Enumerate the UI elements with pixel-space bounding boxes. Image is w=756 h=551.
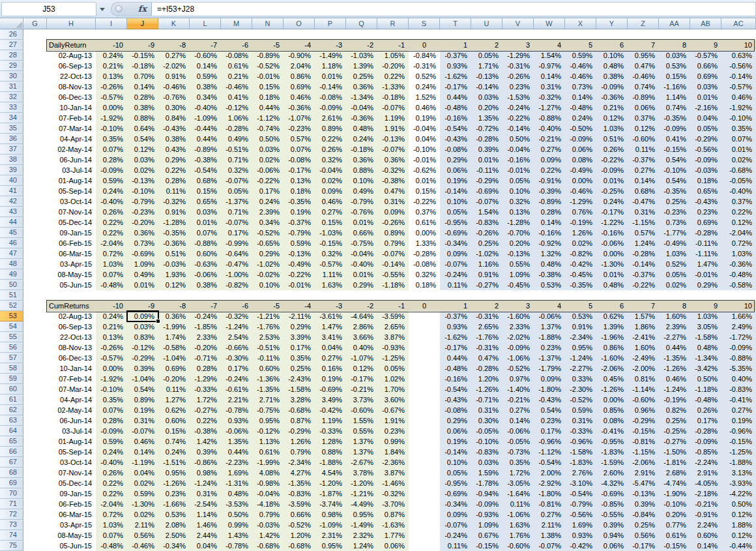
cell[interactable]: -0.78% [221, 405, 252, 415]
cell[interactable]: -2.54% [190, 499, 221, 509]
cell[interactable]: 0.59% [190, 71, 221, 82]
cell[interactable]: -0.04% [409, 123, 440, 134]
cell[interactable]: 0.74% [628, 82, 659, 92]
cell[interactable]: 0.03% [690, 82, 721, 92]
cell[interactable]: 0.57% [628, 228, 659, 238]
date-cell[interactable]: 02-Aug-13 [47, 311, 96, 321]
cell[interactable]: -0.16% [596, 228, 628, 238]
cell[interactable]: 2.33% [502, 321, 534, 332]
cell[interactable]: 0.26% [315, 144, 346, 155]
offset-header-cell[interactable]: -3 [315, 301, 346, 311]
cell[interactable] [409, 363, 440, 374]
cell[interactable]: -0.15% [127, 50, 158, 61]
cell[interactable]: -3.10% [565, 478, 596, 488]
cell[interactable]: 2.54% [221, 332, 252, 342]
cell[interactable]: 1.37% [346, 447, 377, 457]
cell[interactable]: 0.02% [659, 280, 690, 290]
cell[interactable]: 1.03% [96, 259, 127, 269]
cell[interactable]: -0.16% [502, 155, 534, 165]
cell[interactable]: 0.91% [565, 321, 596, 332]
row-header-26[interactable]: 26 [0, 29, 23, 40]
cell[interactable]: 0.86% [284, 71, 315, 82]
cell[interactable] [23, 217, 47, 228]
date-cell[interactable]: 06-Jun-14 [47, 415, 96, 426]
cell[interactable]: 0.27% [315, 207, 346, 217]
cell[interactable]: -0.20% [190, 342, 221, 353]
cell[interactable]: 0.48% [690, 342, 721, 353]
cell[interactable]: -0.32% [534, 92, 565, 102]
cell[interactable]: -0.88% [534, 113, 565, 123]
cell[interactable]: -0.27% [190, 405, 221, 415]
cell[interactable]: -0.18% [127, 61, 158, 71]
cell[interactable]: 0.44% [252, 102, 284, 113]
date-cell[interactable]: 02-May-14 [47, 144, 96, 155]
cell[interactable]: 1.88% [721, 520, 756, 530]
cell[interactable]: -0.25% [659, 426, 690, 436]
cell[interactable]: 0.46% [721, 92, 756, 102]
cell[interactable]: -0.31% [471, 342, 502, 353]
cell[interactable]: 0.24% [565, 113, 596, 123]
cell[interactable]: 0.32% [221, 165, 252, 175]
cell[interactable]: 0.14% [628, 175, 659, 186]
cell[interactable] [409, 499, 440, 509]
cell[interactable]: 0.25% [628, 520, 659, 530]
cell[interactable]: 2.31% [315, 530, 346, 541]
cell[interactable]: 1.14% [190, 509, 221, 520]
cell[interactable]: 2.00% [534, 468, 565, 478]
cell[interactable]: 2.91% [690, 468, 721, 478]
cell[interactable]: 0.53% [158, 509, 190, 520]
cell[interactable]: 0.17% [534, 426, 565, 436]
cell[interactable]: -0.75% [346, 238, 377, 248]
cell[interactable]: -1.76% [471, 332, 502, 342]
cell[interactable]: -0.26% [377, 217, 409, 228]
cell[interactable]: 0.38% [190, 280, 221, 290]
cell[interactable]: -1.88% [721, 457, 756, 468]
cell[interactable]: -0.34% [440, 238, 471, 248]
cell[interactable]: 1.52% [409, 92, 440, 102]
date-cell[interactable]: 10-Jan-14 [47, 363, 96, 374]
offset-header-cell[interactable]: 7 [628, 40, 659, 50]
cell[interactable]: -0.67% [377, 405, 409, 415]
cell[interactable]: -0.35% [158, 228, 190, 238]
cell[interactable]: -1.04% [158, 353, 190, 363]
cell[interactable]: -0.08% [440, 405, 471, 415]
cell[interactable]: -1.28% [158, 217, 190, 228]
cell[interactable]: -0.28% [221, 123, 252, 134]
cell[interactable]: -0.16% [440, 374, 471, 384]
cell[interactable]: -0.04% [315, 165, 346, 175]
cell[interactable]: -0.51% [252, 342, 284, 353]
cell[interactable]: -0.33% [190, 384, 221, 395]
cell[interactable]: 0.37% [628, 113, 659, 123]
column-header-H[interactable]: H [47, 18, 96, 29]
cell[interactable]: 1.20% [284, 530, 315, 541]
cell[interactable]: 0.15% [190, 186, 221, 196]
column-header-V[interactable]: V [502, 18, 534, 29]
cell[interactable]: -2.06% [596, 363, 628, 374]
cell[interactable]: -0.01% [252, 71, 284, 82]
cell[interactable]: -0.46% [565, 71, 596, 82]
cell[interactable]: -1.31% [221, 478, 252, 488]
cell[interactable] [409, 321, 440, 332]
cell[interactable]: -0.15% [471, 541, 502, 551]
cell[interactable]: -0.05% [721, 175, 756, 186]
column-header-Q[interactable]: Q [346, 18, 377, 29]
cell[interactable]: 0.02% [315, 175, 346, 186]
cell[interactable]: -1.26% [158, 478, 190, 488]
cell[interactable]: -0.91% [534, 175, 565, 186]
cell[interactable]: -0.34% [440, 499, 471, 509]
cell[interactable]: -3.70% [377, 499, 409, 509]
cell[interactable]: -0.24% [440, 269, 471, 280]
cell[interactable]: -0.37% [440, 311, 471, 321]
cell[interactable]: -1.24% [659, 384, 690, 395]
cell[interactable] [409, 457, 440, 468]
cell[interactable]: -0.89% [190, 144, 221, 155]
cell[interactable]: 0.23% [158, 488, 190, 499]
cell[interactable]: 2.21% [221, 395, 252, 405]
column-header-J[interactable]: J [127, 18, 158, 29]
cell[interactable]: -1.18% [377, 280, 409, 290]
cell[interactable]: 1.11% [315, 269, 346, 280]
cell[interactable]: -0.82% [565, 248, 596, 259]
cell[interactable]: -0.28% [471, 134, 502, 144]
cell[interactable]: 0.62% [158, 405, 190, 415]
cell[interactable]: -0.51% [221, 144, 252, 155]
